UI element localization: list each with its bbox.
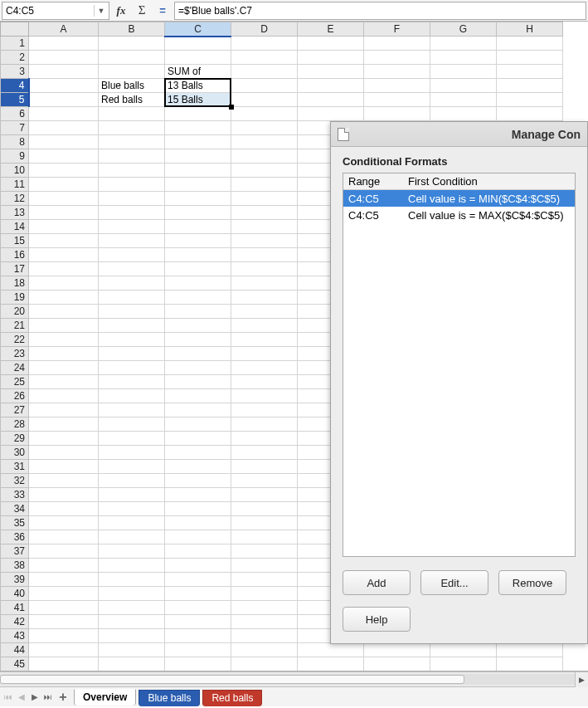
- cell-C38[interactable]: [165, 559, 231, 573]
- cell-D6[interactable]: [231, 107, 298, 121]
- cell-A2[interactable]: [29, 51, 99, 65]
- cell-F2[interactable]: [364, 51, 430, 65]
- cell-B45[interactable]: [99, 657, 165, 671]
- cell-G1[interactable]: [430, 37, 497, 51]
- cell-F5[interactable]: [364, 93, 430, 107]
- cell-B19[interactable]: [99, 291, 165, 305]
- row-header-2[interactable]: 2: [1, 51, 29, 65]
- row-header-6[interactable]: 6: [1, 107, 29, 121]
- row-header-37[interactable]: 37: [1, 544, 29, 559]
- row-header-32[interactable]: 32: [1, 474, 29, 488]
- cell-C41[interactable]: [165, 601, 231, 615]
- cell-B14[interactable]: [99, 220, 165, 234]
- column-header-E[interactable]: E: [298, 22, 364, 37]
- cell-E6[interactable]: [298, 107, 364, 121]
- cell-C1[interactable]: [165, 37, 231, 51]
- cell-A14[interactable]: [29, 220, 99, 234]
- cell-B36[interactable]: [99, 530, 165, 544]
- cell-B10[interactable]: [99, 164, 165, 178]
- row-header-21[interactable]: 21: [1, 319, 29, 333]
- cell-C36[interactable]: [165, 530, 231, 544]
- cell-B27[interactable]: [99, 403, 165, 417]
- cell-D15[interactable]: [231, 234, 298, 248]
- cell-D22[interactable]: [231, 333, 298, 347]
- cell-G44[interactable]: [430, 643, 497, 657]
- cell-C45[interactable]: [165, 657, 231, 671]
- cell-H4[interactable]: [497, 79, 563, 93]
- cell-D3[interactable]: [231, 65, 298, 79]
- cell-C8[interactable]: [165, 135, 231, 149]
- cell-C14[interactable]: [165, 220, 231, 234]
- cell-B44[interactable]: [99, 643, 165, 657]
- cell-D37[interactable]: [231, 544, 298, 559]
- dialog-titlebar[interactable]: Manage Con: [331, 122, 587, 147]
- cell-A41[interactable]: [29, 601, 99, 615]
- cell-D21[interactable]: [231, 319, 298, 333]
- cell-E45[interactable]: [298, 657, 364, 671]
- cell-B42[interactable]: [99, 615, 165, 629]
- cell-A21[interactable]: [29, 319, 99, 333]
- cell-A40[interactable]: [29, 587, 99, 601]
- cell-C21[interactable]: [165, 319, 231, 333]
- cell-B11[interactable]: [99, 178, 165, 192]
- row-header-36[interactable]: 36: [1, 530, 29, 544]
- cell-C33[interactable]: [165, 488, 231, 502]
- cell-C25[interactable]: [165, 375, 231, 389]
- cell-B31[interactable]: [99, 460, 165, 474]
- cell-D33[interactable]: [231, 488, 298, 502]
- cell-D23[interactable]: [231, 347, 298, 361]
- cell-E5[interactable]: [298, 93, 364, 107]
- row-header-10[interactable]: 10: [1, 164, 29, 178]
- cell-C30[interactable]: [165, 446, 231, 460]
- cell-B1[interactable]: [99, 37, 165, 51]
- cell-D34[interactable]: [231, 502, 298, 516]
- cell-H5[interactable]: [497, 93, 563, 107]
- cell-B28[interactable]: [99, 417, 165, 432]
- column-header-C[interactable]: C: [165, 22, 231, 37]
- cell-C31[interactable]: [165, 460, 231, 474]
- cell-D11[interactable]: [231, 178, 298, 192]
- name-box[interactable]: C4:C5 ▼: [2, 2, 109, 20]
- row-header-30[interactable]: 30: [1, 446, 29, 460]
- cell-C6[interactable]: [165, 107, 231, 121]
- row-header-4[interactable]: 4: [1, 79, 29, 93]
- row-header-42[interactable]: 42: [1, 615, 29, 629]
- cell-F45[interactable]: [364, 657, 430, 671]
- cell-A8[interactable]: [29, 135, 99, 149]
- cell-B26[interactable]: [99, 389, 165, 403]
- help-button[interactable]: Help: [343, 607, 411, 632]
- cell-A15[interactable]: [29, 234, 99, 248]
- remove-button[interactable]: Remove: [498, 570, 566, 595]
- cell-D4[interactable]: [231, 79, 298, 93]
- cell-A22[interactable]: [29, 333, 99, 347]
- row-header-41[interactable]: 41: [1, 601, 29, 615]
- cell-G2[interactable]: [430, 51, 497, 65]
- tab-nav-first-icon[interactable]: ⏮: [2, 689, 15, 706]
- row-header-39[interactable]: 39: [1, 573, 29, 587]
- cell-A1[interactable]: [29, 37, 99, 51]
- cell-B39[interactable]: [99, 573, 165, 587]
- cell-D8[interactable]: [231, 135, 298, 149]
- cell-A18[interactable]: [29, 276, 99, 291]
- cell-C2[interactable]: [165, 51, 231, 65]
- add-sheet-button[interactable]: +: [55, 689, 71, 706]
- cell-C3[interactable]: SUM of: [165, 65, 231, 79]
- cell-B37[interactable]: [99, 544, 165, 559]
- cell-B24[interactable]: [99, 361, 165, 375]
- cell-B40[interactable]: [99, 587, 165, 601]
- scrollbar-right-arrow-icon[interactable]: ▶: [575, 672, 588, 687]
- cell-B38[interactable]: [99, 559, 165, 573]
- cell-A12[interactable]: [29, 192, 99, 206]
- cell-H6[interactable]: [497, 107, 563, 121]
- row-header-34[interactable]: 34: [1, 502, 29, 516]
- cell-C11[interactable]: [165, 178, 231, 192]
- row-header-8[interactable]: 8: [1, 135, 29, 149]
- cell-F6[interactable]: [364, 107, 430, 121]
- cell-E3[interactable]: [298, 65, 364, 79]
- cell-A10[interactable]: [29, 164, 99, 178]
- cell-B41[interactable]: [99, 601, 165, 615]
- cell-C16[interactable]: [165, 248, 231, 262]
- cell-B8[interactable]: [99, 135, 165, 149]
- cell-D20[interactable]: [231, 305, 298, 319]
- tab-nav-next-icon[interactable]: ▶: [28, 689, 41, 706]
